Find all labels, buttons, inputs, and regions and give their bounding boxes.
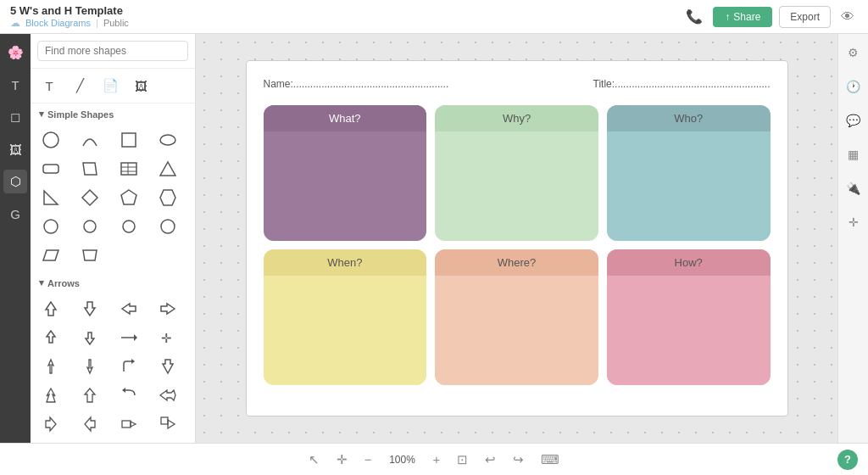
- table-icon[interactable]: ▦: [842, 142, 865, 166]
- arrow-split[interactable]: [36, 382, 66, 409]
- arrows-chevron-icon: ▾: [39, 277, 44, 288]
- triangle-shape[interactable]: [153, 155, 183, 182]
- arrow-down[interactable]: [75, 295, 105, 322]
- arrow-diag1[interactable]: [36, 353, 66, 380]
- move-icon[interactable]: ✛: [842, 210, 865, 234]
- arrow-move[interactable]: ✛: [153, 324, 183, 351]
- arrow-down-chevron[interactable]: [153, 353, 183, 380]
- svg-marker-4: [83, 163, 97, 175]
- simple-shapes-grid: [31, 123, 195, 272]
- preview-icon-btn[interactable]: 👁: [837, 6, 858, 28]
- trapezoid-shape[interactable]: [75, 242, 105, 269]
- why-box-header: Why?: [435, 105, 598, 131]
- svg-marker-23: [161, 304, 175, 314]
- arrow-back[interactable]: [114, 382, 144, 409]
- shape-tool[interactable]: ◻: [3, 105, 27, 129]
- circle4-shape[interactable]: [153, 213, 183, 240]
- simple-shapes-section[interactable]: ▾ Simple Shapes: [31, 103, 195, 123]
- svg-rect-3: [43, 165, 58, 173]
- settings-icon[interactable]: ⚙: [842, 41, 865, 64]
- when-box[interactable]: When?: [264, 249, 427, 385]
- arrow-box[interactable]: [114, 411, 144, 438]
- arrow-right[interactable]: [153, 295, 183, 322]
- circle3-shape[interactable]: [114, 213, 144, 240]
- keyboard-icon[interactable]: ⌨: [537, 449, 563, 471]
- how-box[interactable]: How?: [607, 249, 771, 385]
- topbar-left: 5 W's and H Template ☁ Block Diagrams | …: [10, 4, 129, 29]
- right-triangle-shape[interactable]: [36, 184, 66, 211]
- circle2-shape[interactable]: [75, 213, 105, 240]
- circle-shape[interactable]: [36, 126, 66, 154]
- svg-point-0: [43, 132, 58, 148]
- arrow-back2[interactable]: [153, 382, 183, 409]
- line-shape-icon[interactable]: ╱: [68, 74, 92, 98]
- what-box-header: What?: [264, 105, 427, 131]
- arrow-small-r[interactable]: [36, 411, 66, 438]
- what-box[interactable]: What?: [264, 105, 427, 241]
- google-integration[interactable]: G: [3, 202, 27, 226]
- arrow-up-bent[interactable]: [36, 324, 66, 351]
- svg-rect-5: [121, 163, 136, 175]
- diamond-shape[interactable]: [75, 184, 105, 211]
- note-shape-icon[interactable]: 📄: [98, 74, 122, 98]
- how-box-body: [607, 276, 771, 385]
- who-box-body: [607, 131, 771, 241]
- arrows-section[interactable]: ▾ Arrows: [31, 272, 195, 292]
- comment-icon[interactable]: 💬: [842, 109, 865, 132]
- svg-marker-29: [48, 360, 53, 373]
- text-tool[interactable]: T: [3, 73, 27, 97]
- fit-icon[interactable]: ⊡: [453, 449, 471, 471]
- parallelogram-shape[interactable]: [75, 155, 105, 182]
- share-button[interactable]: ↑ Share: [713, 7, 772, 27]
- small-circle-shape[interactable]: [36, 213, 66, 240]
- arrow-horiz[interactable]: [114, 324, 144, 351]
- where-box[interactable]: Where?: [435, 249, 598, 385]
- arrow-up[interactable]: [36, 295, 66, 322]
- undo-icon[interactable]: ↩: [481, 449, 499, 471]
- canvas-area[interactable]: Name:...................................…: [196, 34, 837, 443]
- topbar-breadcrumb[interactable]: Block Diagrams: [25, 18, 91, 28]
- shapes-panel-toggle[interactable]: ⬡: [3, 170, 27, 193]
- text-shape-icon[interactable]: T: [37, 74, 61, 98]
- svg-marker-10: [44, 191, 58, 204]
- hexagon-shape[interactable]: [153, 184, 183, 211]
- pan-icon[interactable]: ✛: [333, 449, 351, 471]
- svg-marker-19: [83, 250, 97, 260]
- table-shape[interactable]: [114, 155, 144, 182]
- image-shape-icon[interactable]: 🖼: [129, 74, 153, 98]
- arrow-diag2[interactable]: [75, 353, 105, 380]
- who-box-header: Who?: [607, 105, 771, 131]
- zoom-out-btn[interactable]: −: [361, 449, 376, 470]
- diagram-header: Name:...................................…: [264, 78, 771, 90]
- svg-marker-9: [160, 162, 175, 176]
- arrow-down-bent[interactable]: [75, 324, 105, 351]
- ellipse-shape[interactable]: [153, 126, 183, 154]
- pentagon-shape[interactable]: [114, 184, 144, 211]
- why-box[interactable]: Why?: [435, 105, 598, 241]
- arrow-box2[interactable]: [153, 411, 183, 438]
- zoom-in-btn[interactable]: +: [430, 449, 444, 470]
- export-button[interactable]: Export: [779, 6, 831, 28]
- phone-icon-btn[interactable]: 📞: [682, 5, 706, 28]
- image-tool[interactable]: 🖼: [3, 137, 27, 161]
- search-input[interactable]: [37, 41, 188, 61]
- topbar-meta: ☁ Block Diagrams | Public: [10, 17, 129, 29]
- plugin-icon[interactable]: 🔌: [842, 176, 865, 200]
- rounded-rect-shape[interactable]: [36, 155, 66, 182]
- arrow-turn[interactable]: [114, 353, 144, 380]
- arrow-small-l[interactable]: [75, 411, 105, 438]
- svg-rect-41: [161, 417, 168, 424]
- arrow-up2[interactable]: [75, 382, 105, 409]
- cursor-icon[interactable]: ↖: [305, 449, 323, 471]
- help-button[interactable]: ?: [837, 450, 858, 470]
- square-shape[interactable]: [114, 126, 144, 154]
- svg-rect-39: [122, 421, 131, 428]
- who-box[interactable]: Who?: [607, 105, 771, 241]
- parallelogram2-shape[interactable]: [36, 242, 66, 269]
- redo-icon[interactable]: ↪: [509, 449, 527, 471]
- svg-point-15: [84, 221, 96, 232]
- arc-shape[interactable]: [75, 126, 105, 154]
- history-icon[interactable]: 🕐: [842, 75, 865, 98]
- svg-marker-33: [47, 388, 55, 402]
- arrow-left[interactable]: [114, 295, 144, 322]
